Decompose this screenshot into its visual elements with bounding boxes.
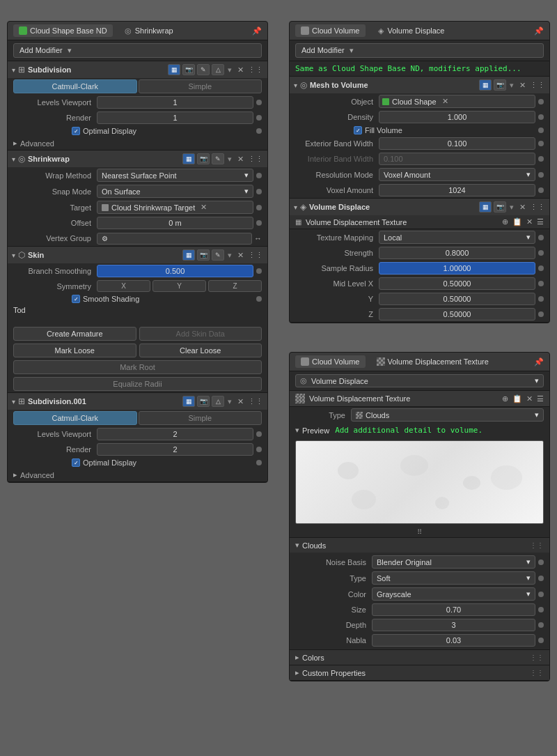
tex-copy-btn[interactable]: 📋 [512,394,522,403]
add-modifier-button[interactable]: Add Modifier ▾ [13,43,262,58]
target-dot[interactable] [256,205,262,210]
mod-render-btn[interactable]: 📷 [182,64,195,75]
sub001-levels-value[interactable]: 2 [97,428,253,440]
mtv-realtime-btn[interactable]: ▦ [479,79,492,91]
noise-basis-dot[interactable] [538,560,544,565]
tex-mapping-dot[interactable] [538,235,544,240]
ext-band-value[interactable]: 0.100 [379,137,535,150]
vd-texture-new-btn[interactable]: ⊕ [502,217,508,226]
right-top-add-modifier-btn[interactable]: Add Modifier ▾ [295,43,544,58]
colors-header[interactable]: ▸ Colors ⋮⋮ [290,650,549,665]
strength-value[interactable]: 0.8000 [379,247,535,259]
vd-texture-browse-btn[interactable]: ☰ [537,217,544,226]
offset-dot[interactable] [256,220,262,226]
mtv-render-btn[interactable]: 📷 [494,79,506,91]
advanced-row-2[interactable]: ▸ Advanced [8,468,267,481]
sub001-more-btn[interactable]: ⋮⋮ [248,397,263,406]
sub001-realtime-btn[interactable]: ▦ [182,396,195,407]
optimal-display-cb[interactable]: ✓ [72,127,80,135]
sub001-cage-btn[interactable]: △ [212,396,224,407]
skin-more-btn[interactable]: ⋮⋮ [248,251,263,260]
tab-shrinkwrap[interactable]: ◎ Shrinkwrap [118,24,179,37]
mid-z-dot[interactable] [538,311,544,317]
vd-realtime-btn[interactable]: ▦ [479,201,492,213]
z-btn[interactable]: Z [208,280,262,292]
x-btn[interactable]: X [97,280,150,292]
vd-render-btn[interactable]: 📷 [494,201,506,213]
strength-dot[interactable] [538,250,544,256]
density-dot[interactable] [538,114,544,120]
nabla-dot[interactable] [538,638,544,643]
clear-loose-btn[interactable]: Clear Loose [139,344,262,357]
sample-radius-value[interactable]: 1.00000 [379,262,535,275]
fill-volume-cb[interactable]: ✓ [354,126,362,134]
subdivision-close-btn[interactable]: ✕ [235,65,246,75]
sub001-simple-btn[interactable]: Simple [139,411,262,425]
vol-displace-dropdown[interactable]: ◎ Volume Displace ▾ [295,374,544,387]
type-select[interactable]: Clouds ▾ [351,408,544,422]
mid-y-dot[interactable] [538,296,544,302]
tab-cloud-vol-tex[interactable]: Cloud Volume [295,355,366,368]
ext-band-dot[interactable] [538,141,544,146]
skin-realtime-btn[interactable]: ▦ [182,249,195,261]
sw-render-btn[interactable]: 📷 [197,153,210,164]
sub001-render-value[interactable]: 2 [97,443,253,456]
branch-smoothing-value[interactable]: 0.500 [97,265,253,277]
size-dot[interactable] [538,607,544,612]
sub001-optimal-dot[interactable] [256,460,262,465]
skin-edit-btn[interactable]: ✎ [212,249,224,261]
sub001-close-btn[interactable]: ✕ [235,397,246,406]
density-value[interactable]: 1.000 [379,111,535,123]
y-btn[interactable]: Y [152,280,206,292]
clouds-header[interactable]: ▾ Clouds ⋮⋮ [290,538,549,553]
render-value[interactable]: 1 [97,111,253,124]
size-value[interactable]: 0.70 [372,603,535,616]
vd-close-btn[interactable]: ✕ [517,203,528,212]
fill-volume-dot[interactable] [538,128,544,133]
skin-dropdown-btn[interactable]: ▾ [228,251,232,260]
mod-cage-btn[interactable]: △ [212,64,224,75]
wrap-method-dot[interactable] [256,173,262,178]
create-armature-btn[interactable]: Create Armature [13,327,136,341]
smooth-shading-cb[interactable]: ✓ [72,295,80,303]
noise-basis-select[interactable]: Blender Original ▾ [372,555,535,569]
nabla-value[interactable]: 0.03 [372,634,535,647]
right-top-pin-icon[interactable]: 📌 [534,26,544,36]
mark-root-btn[interactable]: Mark Root [13,360,262,374]
sw-realtime-btn[interactable]: ▦ [182,153,195,164]
pin-icon[interactable]: 📌 [252,26,262,36]
offset-value[interactable]: 0 m [97,217,253,229]
mid-x-value[interactable]: 0.50000 [379,277,535,290]
branch-smoothing-dot[interactable] [256,268,262,274]
mtv-close-btn[interactable]: ✕ [517,81,528,90]
snap-mode-select[interactable]: On Surface ▾ [97,185,253,198]
vd-texture-copy-btn[interactable]: 📋 [512,217,522,226]
int-band-dot[interactable] [538,156,544,162]
vd-dropdown-btn[interactable]: ▾ [510,203,514,212]
shrinkwrap-close-btn[interactable]: ✕ [235,155,246,164]
vd-more-btn[interactable]: ⋮⋮ [530,203,545,212]
advanced-row-1[interactable]: ▸ Advanced [8,137,267,150]
mid-y-value[interactable]: 0.50000 [379,293,535,305]
render-dot[interactable] [256,115,262,121]
snap-mode-dot[interactable] [256,189,262,194]
mod-dropdown-btn[interactable]: ▾ [228,65,232,75]
clouds-type-dot[interactable] [538,576,544,581]
object-clear-btn[interactable]: ✕ [442,97,448,106]
tab-cloud-shape-base[interactable]: Cloud Shape Base ND [13,24,113,37]
voxel-amount-dot[interactable] [538,187,544,193]
mtv-more-btn[interactable]: ⋮⋮ [530,81,545,90]
depth-dot[interactable] [538,622,544,628]
mark-loose-btn[interactable]: Mark Loose [13,344,136,357]
wrap-method-select[interactable]: Nearest Surface Point ▾ [97,169,253,182]
mod-edit-btn[interactable]: ✎ [197,64,210,75]
clouds-type-select[interactable]: Soft ▾ [372,571,535,585]
colors-more[interactable]: ⋮⋮ [530,654,544,661]
tex-mapping-select[interactable]: Local ▾ [379,231,535,244]
res-mode-select[interactable]: Voxel Amount ▾ [379,168,535,181]
object-field[interactable]: Cloud Shape ✕ [379,95,535,108]
levels-viewport-dot[interactable] [256,100,262,105]
sub001-render-btn[interactable]: 📷 [197,396,210,407]
custom-props-header[interactable]: ▸ Custom Properties ⋮⋮ [290,665,549,680]
optimal-display-dot[interactable] [256,128,262,134]
